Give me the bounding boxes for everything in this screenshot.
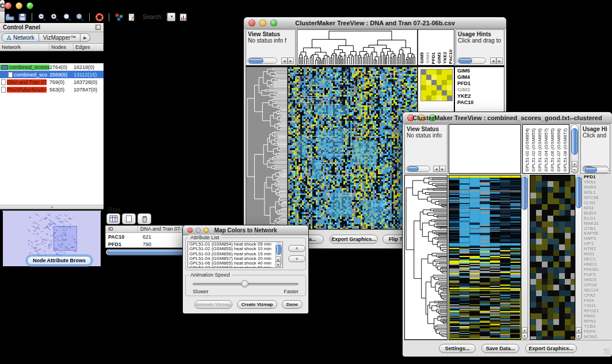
horizontal-scrollbar[interactable] — [247, 58, 277, 64]
scrollbar-thumb[interactable] — [248, 58, 263, 63]
create-vizmap-button[interactable]: Create Vizmap — [237, 300, 277, 309]
delete-attribute-button[interactable] — [137, 213, 151, 224]
heatmap-panel[interactable] — [288, 67, 418, 229]
modules-icon[interactable] — [114, 12, 124, 22]
treeview2-titlebar[interactable]: ClusterMaker TreeView : combined_scores_… — [403, 112, 612, 124]
chart-tool-icon[interactable] — [178, 12, 188, 22]
column-label[interactable]: YKE2 — [442, 52, 448, 64]
column-label[interactable]: PFD1 — [431, 52, 437, 64]
node-attribute-browser-button[interactable]: Node Attribute Brows — [27, 256, 91, 265]
scrollbar-thumb[interactable] — [571, 128, 578, 155]
scrollbar-thumb[interactable] — [522, 177, 527, 210]
gene-label[interactable]: MON2 — [584, 335, 610, 340]
tv1-mini-heatmap[interactable] — [420, 69, 453, 101]
scroll-up-button[interactable]: ▲ — [522, 327, 527, 333]
gene-label[interactable]: PAC10 — [457, 99, 473, 106]
resize-grip[interactable] — [604, 348, 610, 355]
column-dendrogram-canvas[interactable] — [297, 30, 417, 65]
cytoscape-titlebar[interactable]: Cytoscape Desktop (Session Name: collins… — [0, 0, 5, 12]
column-label[interactable]: GIM3 — [437, 52, 442, 64]
save-icon[interactable] — [17, 12, 27, 22]
scroll-down-button[interactable]: ▼ — [572, 167, 577, 173]
scroll-left-button[interactable]: ◀ — [281, 58, 288, 64]
vertical-scrollbar[interactable]: ▲▼ — [571, 124, 579, 174]
row-dendrogram-canvas[interactable] — [405, 175, 447, 339]
row-dendrogram-panel[interactable] — [246, 67, 288, 229]
column-label[interactable]: GPL51-02 (GSM855) — [530, 128, 537, 172]
scroll-up-button[interactable]: ▲ — [572, 161, 577, 167]
zoom-in-icon[interactable] — [49, 12, 59, 22]
scroll-up-button[interactable]: ▲ — [276, 256, 281, 262]
column-label[interactable]: GIM4 — [425, 52, 431, 64]
scroll-down-button[interactable]: ▼ — [276, 262, 281, 267]
scroll-right-button[interactable]: ▶ — [496, 58, 503, 64]
column-label[interactable]: GPL51-06 (GSM865) — [549, 128, 556, 172]
network-overview-panel[interactable] — [2, 210, 101, 212]
heatmap-panel[interactable] — [449, 175, 521, 340]
scrollbar-thumb[interactable] — [584, 167, 597, 173]
column-header-edges[interactable]: Edges — [74, 44, 104, 51]
tab-overflow-button[interactable]: ▶ — [81, 33, 90, 42]
treeview1-titlebar[interactable]: ClusterMaker TreeView : DNA and Tran 07-… — [244, 17, 506, 29]
done-button[interactable]: Done — [282, 300, 303, 309]
scrollbar-thumb[interactable] — [276, 244, 281, 255]
gene-label[interactable]: GIM5 — [457, 68, 473, 74]
column-label[interactable]: PAC10 — [448, 49, 454, 64]
annotation-icon[interactable] — [127, 12, 136, 22]
attribute-item[interactable]: GPL51-07 (GSM868) heat shock 60 min — [188, 266, 282, 268]
help-lifesaver-icon[interactable] — [94, 12, 104, 22]
export-graphics-button[interactable]: Export Graphics... — [330, 235, 378, 244]
zoom-heatmap-canvas[interactable] — [530, 175, 575, 339]
column-dendrogram-panel[interactable] — [449, 124, 521, 174]
vertical-scrollbar[interactable]: ▲▼ — [575, 175, 582, 340]
settings-button[interactable]: Settings... — [439, 344, 476, 353]
move-up-button[interactable]: ∧ — [288, 245, 305, 252]
scroll-left-button[interactable]: ◀ — [433, 166, 439, 172]
network-row[interactable]: combined_scores2764(0)16218(0) — [0, 63, 104, 71]
scroll-right-button[interactable]: ▶ — [288, 58, 294, 64]
scrollbar-thumb[interactable] — [407, 166, 419, 171]
scrollbar-thumb[interactable] — [458, 58, 472, 63]
column-header-id[interactable]: ID — [106, 226, 138, 232]
new-attribute-button[interactable] — [122, 213, 136, 224]
search-dropdown-button[interactable]: ▼ — [167, 13, 175, 21]
close-button[interactable] — [5, 2, 12, 9]
network-row[interactable]: RNAPuberNov2+563(0)107847(0) — [0, 86, 104, 93]
row-dendrogram-canvas[interactable] — [246, 67, 287, 229]
horizontal-scrollbar[interactable] — [406, 166, 430, 172]
column-header-nodes[interactable]: Nodes — [49, 44, 74, 51]
column-label[interactable]: GPL51-07 (GSM868) — [556, 128, 562, 172]
column-label[interactable]: GPL51-04 (GSM857) — [543, 128, 549, 172]
scroll-left-button[interactable]: ◀ — [490, 58, 496, 64]
row-dendrogram-panel[interactable] — [404, 175, 447, 340]
open-file-icon[interactable] — [5, 12, 14, 22]
tab-vizmapper[interactable]: VizMapper™ — [39, 33, 81, 42]
network-row[interactable]: combined_sco2569(6)13112(15) — [0, 71, 104, 78]
column-label[interactable]: GPL51-03 (GSM856) — [537, 128, 543, 172]
horizontal-scrollbar[interactable] — [457, 58, 486, 64]
heatmap-canvas[interactable] — [288, 67, 417, 229]
column-label[interactable]: GIM5 — [419, 52, 425, 64]
column-header-network[interactable]: Network — [0, 44, 49, 51]
column-dendrogram-panel[interactable] — [297, 29, 418, 66]
move-down-button[interactable]: ∨ — [288, 255, 305, 262]
dialog-titlebar[interactable]: Map Colors to Network — [183, 225, 308, 235]
save-data-button[interactable]: Save Data... — [481, 344, 519, 353]
column-labels-panel[interactable]: GPL51-01 (GSM854)GPL51-02 (GSM855)GPL51-… — [522, 124, 569, 174]
scrollbar-thumb[interactable] — [576, 177, 582, 208]
minimize-button[interactable] — [16, 2, 22, 9]
vertical-scrollbar[interactable]: ▲▼ — [521, 175, 528, 340]
zoom-heatmap-panel[interactable] — [530, 175, 575, 340]
search-input[interactable]: ▼ — [167, 13, 175, 21]
zoom-selected-icon[interactable] — [62, 12, 72, 22]
panel-splitter[interactable]: ● — [0, 205, 104, 209]
animate-vizmap-button[interactable]: Animate Vizmap — [194, 300, 232, 309]
network-row[interactable]: DNA and Tran 07769(0)183728(0) — [0, 78, 104, 86]
gene-label[interactable]: GIM3 — [457, 87, 473, 93]
float-panel-icon[interactable] — [95, 25, 101, 30]
attribute-list[interactable]: ▲▼ GPL51-01 (GSM854) heat shock 05 minGP… — [188, 242, 283, 268]
zoom-fit-icon[interactable] — [75, 12, 85, 22]
scroll-down-button[interactable]: ▼ — [522, 333, 527, 339]
zoom-out-icon[interactable] — [37, 12, 47, 22]
gene-label[interactable]: GIM4 — [457, 74, 473, 81]
